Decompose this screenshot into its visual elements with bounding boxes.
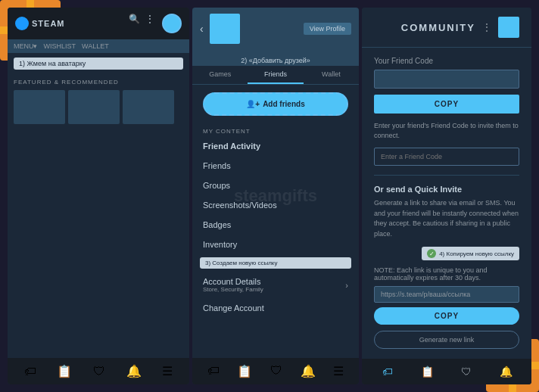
steam-logo: STEAM [15, 17, 65, 30]
menu-item-friends[interactable]: Friends [192, 156, 359, 176]
bottom-shield-icon[interactable]: 🛡 [93, 365, 105, 378]
community-more-icon[interactable]: ⋮ [481, 21, 492, 33]
account-sub: Store, Security, Family [203, 286, 263, 293]
overlay-tabs: Games Friends Wallet [192, 66, 359, 85]
link-box: https://s.team/p/ваша/ссылка [374, 286, 519, 303]
tab-wallet[interactable]: Wallet [304, 66, 359, 84]
comm-bell-icon[interactable]: 🔔 [499, 365, 513, 378]
comm-shield-icon[interactable]: 🛡 [460, 365, 473, 378]
mid-tag-icon[interactable]: 🏷 [207, 364, 220, 378]
quick-invite-text: Generate a link to share via email or SM… [374, 198, 519, 239]
profile-avatar [210, 14, 240, 44]
menu-item-groups[interactable]: Groups [192, 176, 359, 195]
menu-item-badges[interactable]: Badges [192, 215, 359, 235]
more-icon[interactable]: ⋮ [145, 14, 156, 24]
menu-item-screenshots[interactable]: Screenshots/Videos [192, 195, 359, 215]
tab-friends[interactable]: Friends [248, 66, 303, 84]
bottom-book-icon[interactable]: 📋 [57, 364, 72, 378]
community-bottom-nav: 🏷 📋 🛡 🔔 [362, 359, 531, 384]
steam-nav: MENU▾ WISHLIST WALLET [8, 39, 189, 53]
featured-section: FEATURED & RECOMMENDED [8, 74, 189, 129]
nav-menu[interactable]: MENU▾ [14, 42, 38, 50]
menu-item-inventory[interactable]: Inventory [192, 235, 359, 254]
community-content: Your Friend Code COPY Enter your friend'… [362, 48, 531, 359]
account-label: Account Details [203, 277, 263, 286]
add-friends-label: 2) «Добавить друзей» [241, 55, 310, 66]
mid-bell-icon[interactable]: 🔔 [301, 364, 316, 378]
featured-card-2 [68, 90, 120, 124]
tooltip-step3: 3) Создаем новую ссылку [200, 257, 351, 269]
main-container: STEAM 🔍 ⋮ MENU▾ WISHLIST WALLET 1) Жмем … [8, 8, 531, 384]
view-profile-button[interactable]: View Profile [304, 23, 351, 35]
tooltip-step4: ✓ 4) Копируем новую ссылку [422, 247, 519, 260]
account-text: Account Details Store, Security, Family [203, 277, 263, 293]
my-content-label: MY CONTENT [192, 123, 359, 136]
copy-button-2[interactable]: COPY [374, 307, 519, 325]
tooltip-step4-text: 4) Копируем новую ссылку [439, 250, 514, 257]
tooltip-step1: 1) Жмем на аватарку [14, 58, 183, 70]
friend-code-label: Your Friend Code [374, 57, 519, 65]
copy-button-1[interactable]: COPY [374, 95, 519, 114]
featured-cards [14, 90, 183, 124]
steam-logo-icon [15, 17, 29, 30]
menu-item-friend-activity[interactable]: Friend Activity [192, 136, 359, 156]
mid-shield-icon[interactable]: 🛡 [270, 364, 282, 378]
mid-menu-icon[interactable]: ☰ [333, 364, 344, 378]
steam-client-panel: STEAM 🔍 ⋮ MENU▾ WISHLIST WALLET 1) Жмем … [8, 8, 189, 384]
generate-link-button[interactable]: Generate new link [374, 331, 519, 349]
overlay-panel: ‹ View Profile 2) «Добавить друзей» Game… [192, 8, 359, 384]
menu-item-account[interactable]: Account Details Store, Security, Family … [192, 272, 359, 298]
steam-header: STEAM 🔍 ⋮ [8, 8, 189, 39]
featured-card-1 [14, 90, 65, 124]
quick-invite-title: Or send a Quick Invite [374, 185, 519, 194]
add-friends-icon: 👤+ [246, 100, 260, 108]
add-friends-button[interactable]: 👤+ Add friends [203, 92, 348, 116]
menu-item-change-account[interactable]: Change Account [192, 298, 359, 318]
enter-code-input[interactable] [374, 148, 519, 166]
nav-wallet[interactable]: WALLET [82, 42, 109, 50]
left-bottom-nav: 🏷 📋 🛡 🔔 ☰ [8, 358, 189, 384]
avatar[interactable] [162, 14, 182, 33]
expire-text: NOTE: Each link is unique to you and aut… [374, 266, 519, 282]
featured-label: FEATURED & RECOMMENDED [14, 79, 183, 86]
helper-text: Enter your friend's Friend Code to invit… [374, 121, 519, 140]
community-header: COMMUNITY ⋮ [362, 8, 531, 48]
steam-logo-text: STEAM [32, 19, 65, 28]
tab-games[interactable]: Games [192, 66, 248, 84]
bottom-menu-icon[interactable]: ☰ [162, 364, 173, 378]
community-avatar [498, 17, 519, 38]
account-arrow-icon: › [345, 281, 348, 290]
search-icon[interactable]: 🔍 [129, 14, 139, 24]
comm-book-icon[interactable]: 📋 [420, 365, 434, 378]
featured-card-3 [123, 90, 174, 124]
middle-bottom-nav: 🏷 📋 🛡 🔔 ☰ [192, 358, 359, 384]
bottom-tag-icon[interactable]: 🏷 [24, 365, 36, 378]
divider [374, 175, 519, 176]
add-friends-text: Add friends [263, 100, 305, 108]
overlay-header: ‹ View Profile [192, 8, 359, 50]
bottom-bell-icon[interactable]: 🔔 [126, 364, 142, 378]
mid-book-icon[interactable]: 📋 [237, 364, 252, 378]
steam-header-icons: 🔍 ⋮ [129, 14, 182, 33]
nav-wishlist[interactable]: WISHLIST [44, 42, 76, 50]
community-title: COMMUNITY [401, 22, 475, 33]
comm-tag-icon[interactable]: 🏷 [381, 365, 394, 378]
back-arrow-icon[interactable]: ‹ [200, 23, 204, 35]
friend-code-input[interactable] [374, 70, 519, 89]
check-icon: ✓ [427, 249, 436, 258]
community-panel: COMMUNITY ⋮ Your Friend Code COPY Enter … [362, 8, 531, 384]
